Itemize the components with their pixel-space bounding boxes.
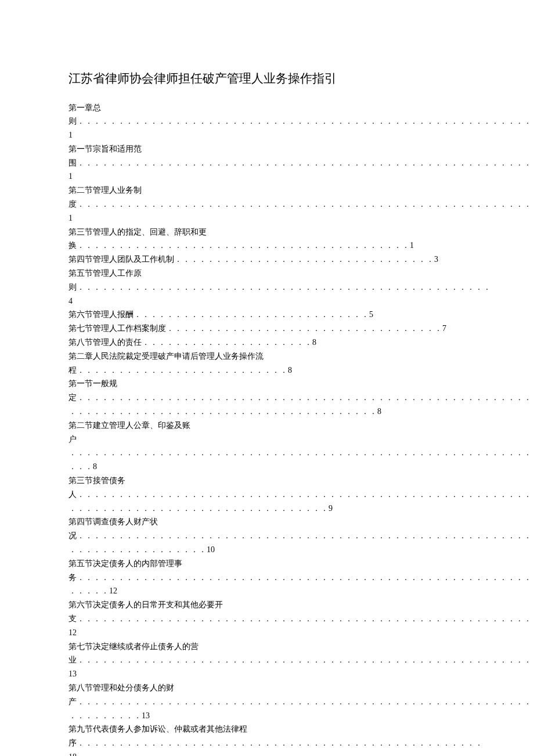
toc-entry: ．．．．．．．．．．．．．．．．．10 xyxy=(68,543,466,557)
toc-entry: 第七节管理人工作档案制度．．．．．．．．．．．．．．．．．．．．．．．．．．．．… xyxy=(68,322,466,336)
toc-entry: 务．．．．．．．．．．．．．．．．．．．．．．．．．．．．．．．．．．．．．．．… xyxy=(68,571,466,585)
toc-entry: 第二节管理人业务制度．．．．．．．．．．．．．．．．．．．．．．．．．．．．．．… xyxy=(68,183,466,225)
toc-entry: 户 ．．．．．．．．．．．．．．．．．．．．．．．．．．．．．．．．．．．．．．… xyxy=(68,433,466,460)
toc-entry: 第八节管理人的责任．．．．．．．．．．．．．．．．．．．．．8 xyxy=(68,336,466,350)
toc-entry: 业．．．．．．．．．．．．．．．．．．．．．．．．．．．．．．．．．．．．．．．… xyxy=(68,653,466,681)
toc-entry: 第五节管理人工作原则．．．．．．．．．．．．．．．．．．．．．．．．．．．．．．… xyxy=(68,267,466,308)
toc-entry: 第三节接管债务 xyxy=(68,474,466,488)
toc-entry: 第一节一般规 xyxy=(68,377,466,391)
toc-entry: ．．．．．．．．．．．．．．．．．．．．．．．．．．．．．．．．9 xyxy=(68,502,466,516)
toc-entry: 第二节建立管理人公章、印鉴及账 xyxy=(68,419,466,433)
toc-entry: 第四节调查债务人财产状 xyxy=(68,515,466,529)
toc-entry: 况．．．．．．．．．．．．．．．．．．．．．．．．．．．．．．．．．．．．．．．… xyxy=(68,529,466,543)
toc-entry: 第三节管理人的指定、回避、辞职和更换．．．．．．．．．．．．．．．．．．．．．．… xyxy=(68,225,466,253)
toc-entry: ．．．．．．．．．13 xyxy=(68,709,466,723)
toc-entry: 第一章总则．．．．．．．．．．．．．．．．．．．．．．．．．．．．．．．．．．．… xyxy=(68,101,466,142)
toc-entry: 第五节决定债务人的内部管理事 xyxy=(68,557,466,571)
toc-entry: ．．．．．12 xyxy=(68,584,466,598)
toc-entry: 第八节管理和处分债务人的财 xyxy=(68,681,466,695)
table-of-contents: 第一章总则．．．．．．．．．．．．．．．．．．．．．．．．．．．．．．．．．．．… xyxy=(68,101,466,757)
toc-entry: ．．．8 xyxy=(68,460,466,474)
toc-entry: 第二章人民法院裁定受理破产申请后管理人业务操作流程．．．．．．．．．．．．．．．… xyxy=(68,350,466,377)
toc-entry: 产．．．．．．．．．．．．．．．．．．．．．．．．．．．．．．．．．．．．．．．… xyxy=(68,695,466,709)
toc-entry: 人．．．．．．．．．．．．．．．．．．．．．．．．．．．．．．．．．．．．．．．… xyxy=(68,488,466,502)
document-page: 江苏省律师协会律师担任破产管理人业务操作指引 第一章总则．．．．．．．．．．．．… xyxy=(0,0,534,756)
toc-entry: 第一节宗旨和适用范围．．．．．．．．．．．．．．．．．．．．．．．．．．．．．．… xyxy=(68,142,466,183)
toc-entry: 支．．．．．．．．．．．．．．．．．．．．．．．．．．．．．．．．．．．．．．．… xyxy=(68,612,466,640)
toc-entry: ．．．．．．．．．．．．．．．．．．．．．．．．．．．．．．．．．．．．．．8 xyxy=(68,405,466,419)
toc-entry: 第七节决定继续或者停止债务人的营 xyxy=(68,640,466,654)
toc-entry: 第六节管理人报酬．．．．．．．．．．．．．．．．．．．．．．．．．．．．．5 xyxy=(68,308,466,322)
toc-entry: 定．．．．．．．．．．．．．．．．．．．．．．．．．．．．．．．．．．．．．．．… xyxy=(68,391,466,405)
toc-entry: 序．．．．．．．．．．．．．．．．．．．．．．．．．．．．．．．．．．．．．．．… xyxy=(68,736,466,756)
toc-entry: 第九节代表债务人参加诉讼、仲裁或者其他法律程 xyxy=(68,722,466,736)
toc-entry: 第四节管理人团队及工作机制．．．．．．．．．．．．．．．．．．．．．．．．．．．… xyxy=(68,253,466,267)
document-title: 江苏省律师协会律师担任破产管理人业务操作指引 xyxy=(68,70,466,88)
toc-entry: 第六节决定债务人的日常开支和其他必要开 xyxy=(68,598,466,612)
